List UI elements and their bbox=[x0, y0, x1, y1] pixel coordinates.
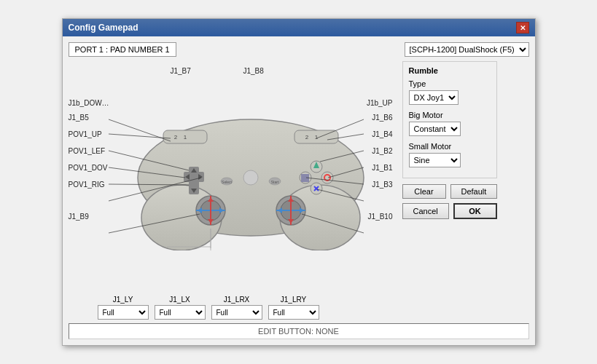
type-field: Type DX Joy1DX Joy2None bbox=[409, 79, 491, 105]
right-panel: Rumble Type DX Joy1DX Joy2None Big Motor… bbox=[402, 61, 497, 323]
type-label: Type bbox=[409, 79, 491, 88]
config-gamepad-window: Config Gamepad ✕ PORT 1 : PAD NUMBER 1 [… bbox=[62, 18, 536, 346]
svg-line-45 bbox=[109, 119, 171, 141]
rumble-group: Rumble Type DX Joy1DX Joy2None Big Motor… bbox=[402, 61, 497, 178]
titlebar: Config Gamepad ✕ bbox=[63, 19, 535, 36]
port-label: PORT 1 : PAD NUMBER 1 bbox=[69, 42, 176, 57]
label-j1-b5: J1_B5 bbox=[69, 114, 89, 122]
big-motor-select[interactable]: ConstantSineNone bbox=[409, 122, 461, 136]
axis-label-lrx: J1_LRX bbox=[224, 296, 250, 304]
big-motor-label: Big Motor bbox=[409, 111, 491, 119]
edit-button-bar: EDIT BUTTON: NONE bbox=[69, 323, 529, 339]
svg-text:Start: Start bbox=[270, 180, 278, 184]
controller-select[interactable]: [SCPH-1200] DualShock (F5) bbox=[405, 42, 529, 57]
rumble-title: Rumble bbox=[409, 66, 491, 75]
axis-select-lrx[interactable]: FullPosNegNone bbox=[211, 305, 262, 320]
svg-point-22 bbox=[321, 172, 333, 183]
svg-text:1: 1 bbox=[183, 134, 187, 141]
close-button[interactable]: ✕ bbox=[516, 22, 529, 33]
svg-text:2: 2 bbox=[173, 134, 177, 141]
small-motor-select[interactable]: SineConstantNone bbox=[409, 153, 461, 167]
ok-button[interactable]: OK bbox=[453, 203, 497, 219]
label-j1-b9: J1_B9 bbox=[69, 213, 89, 221]
small-motor-label: Small Motor bbox=[409, 142, 491, 151]
svg-point-19 bbox=[243, 170, 258, 185]
axis-select-lry[interactable]: FullPosNegNone bbox=[268, 305, 319, 320]
label-pov1-down: POV1_DOV bbox=[69, 164, 108, 172]
axis-group-ly: J1_LY FullPosNegNone bbox=[98, 296, 149, 320]
axis-group-lx: J1_LX FullPosNegNone bbox=[155, 296, 206, 320]
svg-line-46 bbox=[109, 134, 171, 138]
axis-label-ly: J1_LY bbox=[113, 296, 133, 304]
axis-select-ly[interactable]: FullPosNegNone bbox=[98, 305, 149, 320]
axis-group-lry: J1_LRY FullPosNegNone bbox=[268, 296, 319, 320]
svg-text:2: 2 bbox=[305, 134, 308, 141]
small-motor-field: Small Motor SineConstantNone bbox=[409, 142, 491, 167]
label-pov1-up: POV1_UP bbox=[69, 130, 102, 138]
axis-label-lry: J1_LRY bbox=[281, 296, 306, 304]
gamepad-area: J1b_DOW… J1_B5 POV1_UP POV1_LEF POV1_DOV… bbox=[69, 61, 397, 323]
label-j1-b8: J1_B8 bbox=[243, 67, 264, 75]
svg-text:1: 1 bbox=[314, 134, 318, 141]
axis-group-lrx: J1_LRX FullPosNegNone bbox=[211, 296, 262, 320]
cancel-button[interactable]: Cancel bbox=[402, 203, 449, 219]
type-select[interactable]: DX Joy1DX Joy2None bbox=[409, 90, 459, 105]
label-j1b-down: J1b_DOW… bbox=[69, 99, 109, 107]
default-button[interactable]: Default bbox=[450, 184, 497, 199]
axis-select-lx[interactable]: FullPosNegNone bbox=[155, 305, 206, 320]
label-pov1-left: POV1_LEF bbox=[69, 147, 106, 155]
svg-line-52 bbox=[316, 119, 364, 138]
axis-label-lx: J1_LX bbox=[169, 296, 190, 304]
window-title: Config Gamepad bbox=[69, 23, 138, 33]
clear-button[interactable]: Clear bbox=[402, 184, 446, 199]
svg-text:Select: Select bbox=[222, 180, 233, 184]
big-motor-field: Big Motor ConstantSineNone bbox=[409, 111, 491, 136]
label-j1-b7: J1_B7 bbox=[171, 67, 191, 75]
label-pov1-right: POV1_RIG bbox=[69, 181, 105, 189]
